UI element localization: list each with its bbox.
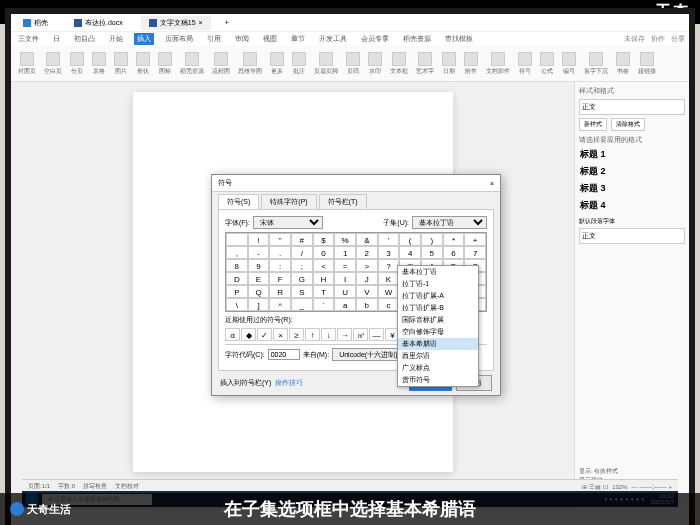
- ribbon-图片[interactable]: 图片: [111, 52, 131, 76]
- ribbon-形状[interactable]: 形状: [133, 52, 153, 76]
- subset-option[interactable]: 基本希腊语: [398, 338, 478, 350]
- ribbon-文本框[interactable]: 文本框: [387, 52, 411, 76]
- ribbon-页眉页脚[interactable]: 页眉页脚: [311, 52, 341, 76]
- menubar: 三文件 日 初目凸 开始 插入 页面布局 引用 审阅 视图 章节 开发工具 会员…: [11, 32, 689, 46]
- ribbon-文档部件[interactable]: 文档部件: [483, 52, 513, 76]
- tab-doc1[interactable]: 布达拉.docx: [66, 16, 131, 30]
- insert-to-bar-link[interactable]: 插入到符号栏(Y): [220, 378, 271, 388]
- tab-doc2[interactable]: 文字文稿15 ×: [141, 16, 211, 30]
- ribbon-首字下沉[interactable]: 首字下沉: [581, 52, 611, 76]
- subset-dropdown[interactable]: 基本拉丁语拉丁语-1拉丁语扩展-A拉丁语扩展-B国际音标扩展空白修饰字母基本希腊…: [397, 265, 479, 387]
- close-icon[interactable]: ×: [490, 180, 494, 187]
- ribbon-日期[interactable]: 日期: [439, 52, 459, 76]
- ribbon-封面页[interactable]: 封面页: [15, 52, 39, 76]
- tab-special[interactable]: 特殊字符(P): [261, 194, 316, 209]
- ribbon-流程图[interactable]: 流程图: [209, 52, 233, 76]
- tab-symbols[interactable]: 符号(S): [218, 194, 259, 209]
- ribbon-水印[interactable]: 水印: [365, 52, 385, 76]
- ribbon-批注[interactable]: 批注: [289, 52, 309, 76]
- ribbon: 封面页空白页分页表格图片形状图标稻壳资源流程图思维导图更多批注页眉页脚页码水印文…: [11, 46, 689, 82]
- subset-option[interactable]: 国际音标扩展: [398, 314, 478, 326]
- tab-home[interactable]: 稻壳: [15, 16, 56, 30]
- ribbon-空白页[interactable]: 空白页: [41, 52, 65, 76]
- ribbon-页码[interactable]: 页码: [343, 52, 363, 76]
- ribbon-附件[interactable]: 附件: [461, 52, 481, 76]
- ribbon-符号[interactable]: 符号: [515, 52, 535, 76]
- styles-panel: 样式和格式 正文 新样式 清除格式 请选择要应用的格式 标题 1 标题 2 标题…: [574, 82, 689, 509]
- new-style-button[interactable]: 新样式: [579, 118, 607, 131]
- subset-option[interactable]: 广义标点: [398, 362, 478, 374]
- ribbon-超链接[interactable]: 超链接: [635, 52, 659, 76]
- ribbon-图标[interactable]: 图标: [155, 52, 175, 76]
- subset-option[interactable]: 基本拉丁语: [398, 266, 478, 278]
- heading-2[interactable]: 标题 2: [579, 164, 685, 179]
- dialog-title: 符号: [218, 178, 232, 188]
- tips-link[interactable]: 操作技巧: [275, 378, 303, 388]
- heading-1[interactable]: 标题 1: [579, 147, 685, 162]
- font-select[interactable]: 宋体: [253, 216, 323, 229]
- ribbon-编号[interactable]: 编号: [559, 52, 579, 76]
- subset-option[interactable]: 拉丁语扩展-A: [398, 290, 478, 302]
- subtitle-bar: 天奇生活 在子集选项框中选择基本希腊语: [0, 493, 700, 525]
- ribbon-更多[interactable]: 更多: [267, 52, 287, 76]
- subset-option[interactable]: 西里尔语: [398, 350, 478, 362]
- ribbon-稻壳资源[interactable]: 稻壳资源: [177, 52, 207, 76]
- heading-3[interactable]: 标题 3: [579, 181, 685, 196]
- subtitle-text: 在子集选项框中选择基本希腊语: [224, 497, 476, 521]
- tab-symbolbar[interactable]: 符号栏(T): [319, 194, 367, 209]
- subset-option[interactable]: 拉丁语-1: [398, 278, 478, 290]
- zoom-level[interactable]: 132%: [612, 484, 627, 490]
- heading-4[interactable]: 标题 4: [579, 198, 685, 213]
- monitor: 稻壳 布达拉.docx 文字文稿15 × + 三文件 日 初目凸 开始 插入 页…: [5, 8, 695, 525]
- char-code-input[interactable]: [268, 349, 300, 360]
- symbol-dialog: 符号 × 符号(S) 特殊字符(P) 符号栏(T) 字体(F): 宋体 子集(U…: [211, 174, 501, 396]
- menu-file[interactable]: 三文件: [15, 33, 42, 45]
- ribbon-分页[interactable]: 分页: [67, 52, 87, 76]
- ribbon-艺术字[interactable]: 艺术字: [413, 52, 437, 76]
- subset-option[interactable]: 货币符号: [398, 374, 478, 386]
- subset-option[interactable]: 拉丁语扩展-B: [398, 302, 478, 314]
- subset-option[interactable]: 空白修饰字母: [398, 326, 478, 338]
- ribbon-书签[interactable]: 书签: [613, 52, 633, 76]
- titlebar: 稻壳 布达拉.docx 文字文稿15 × +: [11, 14, 689, 32]
- ribbon-公式[interactable]: 公式: [537, 52, 557, 76]
- subset-select[interactable]: 基本拉丁语: [412, 216, 487, 229]
- ribbon-思维导图[interactable]: 思维导图: [235, 52, 265, 76]
- brand-logo: 天奇生活: [10, 502, 71, 517]
- menu-insert[interactable]: 插入: [134, 33, 154, 45]
- ribbon-表格[interactable]: 表格: [89, 52, 109, 76]
- clear-format-button[interactable]: 清除格式: [611, 118, 645, 131]
